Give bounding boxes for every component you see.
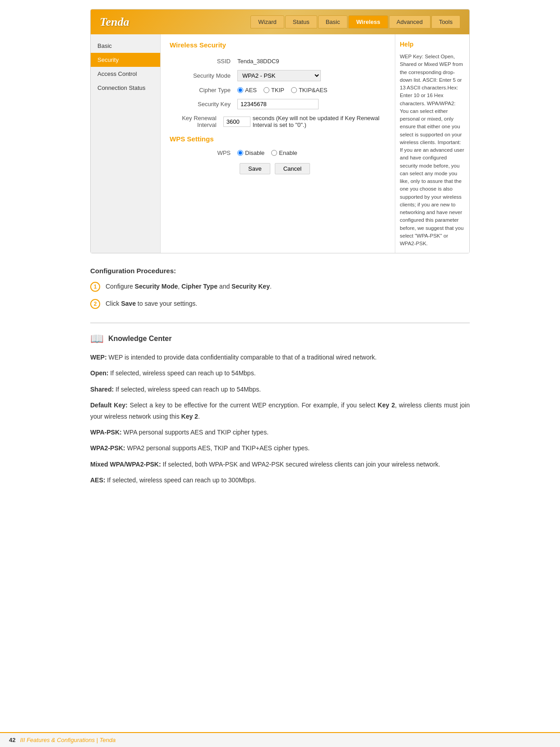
sidebar: Basic Security Access Control Connection…: [91, 34, 161, 253]
mixed-term: Mixed WPA/WPA2-PSK:: [90, 461, 161, 468]
knowledge-default-key: Default Key: Select a key to be effectiv…: [90, 400, 470, 422]
tab-tools[interactable]: Tools: [431, 15, 460, 28]
book-icon: 📖: [90, 332, 104, 345]
cipher-type-label: Cipher Type: [170, 87, 237, 93]
key-renewal-unit: seconds (Key will not be updated if Key …: [253, 115, 386, 128]
step-1-circle: 1: [90, 282, 100, 292]
key-renewal-row: Key Renewal Interval seconds (Key will n…: [170, 115, 386, 128]
security-key-label: Security Key: [170, 101, 237, 107]
key2-ref1: Key 2: [378, 402, 395, 409]
key-renewal-input[interactable]: [223, 117, 250, 127]
router-header: Tenda Wizard Status Basic Wireless Advan…: [91, 9, 469, 34]
footer-text: III Features & Configurations | Tenda: [20, 737, 116, 743]
sidebar-item-basic[interactable]: Basic: [91, 39, 160, 53]
cipher-aes-label[interactable]: AES: [237, 87, 257, 93]
tab-basic[interactable]: Basic: [318, 15, 348, 28]
security-mode-label: Security Mode: [170, 72, 237, 79]
button-row: Save Cancel: [240, 163, 386, 174]
security-key-input[interactable]: [237, 99, 319, 109]
wps-disable-text: Disable: [245, 149, 264, 156]
step-1-security-mode: Security Mode: [135, 283, 178, 290]
cipher-aes-text: AES: [245, 87, 257, 93]
security-key-row: Security Key: [170, 99, 386, 109]
wps-enable-label[interactable]: Enable: [271, 149, 297, 156]
step-1-security-key: Security Key: [231, 283, 270, 290]
help-text: WEP Key: Select Open, Shared or Mixed WE…: [400, 53, 465, 247]
key-renewal-content: seconds (Key will not be updated if Key …: [223, 115, 386, 128]
knowledge-shared: Shared: If selected, wireless speed can …: [90, 384, 470, 395]
ssid-value: Tenda_38DDC9: [237, 58, 279, 65]
knowledge-wep: WEP: WEP is intended to provide data con…: [90, 352, 470, 363]
ssid-label: SSID: [170, 58, 237, 65]
config-title: Configuration Procedures:: [90, 267, 470, 275]
section-divider: [90, 322, 470, 323]
knowledge-aes: AES: If selected, wireless speed can rea…: [90, 475, 470, 486]
wps-row: WPS Disable Enable: [170, 149, 386, 156]
ssid-row: SSID Tenda_38DDC9: [170, 58, 386, 65]
step-2-text: Click Save to save your settings.: [106, 299, 197, 308]
key-renewal-label: Key Renewal Interval: [170, 115, 223, 128]
default-key-term: Default Key:: [90, 402, 128, 409]
wps-settings-title: WPS Settings: [170, 135, 386, 145]
cipher-aes-radio[interactable]: [237, 87, 243, 93]
cipher-radio-group: AES TKIP TKIP&AES: [237, 87, 328, 93]
wpa2-psk-term: WPA2-PSK:: [90, 444, 125, 452]
tenda-logo: Tenda: [100, 15, 130, 29]
tab-wireless[interactable]: Wireless: [348, 15, 388, 28]
key2-ref2: Key 2: [181, 413, 198, 420]
wps-enable-radio[interactable]: [271, 150, 277, 156]
nav-tabs: Wizard Status Basic Wireless Advanced To…: [250, 15, 460, 28]
step-2-save: Save: [121, 300, 136, 307]
knowledge-title: Knowledge Center: [108, 335, 171, 343]
page-footer: 42 III Features & Configurations | Tenda: [0, 732, 560, 747]
knowledge-header: 📖 Knowledge Center: [90, 332, 470, 345]
tab-advanced[interactable]: Advanced: [389, 15, 430, 28]
step-1-cipher-type: Cipher Type: [181, 283, 218, 290]
step-2-circle: 2: [90, 299, 100, 309]
wps-radio-group: Disable Enable: [237, 149, 297, 156]
footer-page-number: 42: [9, 737, 15, 743]
aes-term: AES:: [90, 476, 105, 484]
cipher-tkip-text: TKIP: [271, 87, 284, 93]
knowledge-mixed: Mixed WPA/WPA2-PSK: If selected, both WP…: [90, 459, 470, 470]
config-step-2: 2 Click Save to save your settings.: [90, 299, 470, 309]
wps-disable-radio[interactable]: [237, 150, 243, 156]
save-button[interactable]: Save: [240, 163, 270, 174]
cipher-tkip-radio[interactable]: [264, 87, 269, 93]
cipher-tkipaes-label[interactable]: TKIP&AES: [291, 87, 328, 93]
cipher-tkipaes-text: TKIP&AES: [299, 87, 328, 93]
wep-term: WEP:: [90, 354, 107, 361]
security-mode-select[interactable]: WPA2 - PSK: [237, 70, 321, 81]
help-title: Help: [400, 40, 465, 49]
cancel-button[interactable]: Cancel: [275, 163, 310, 174]
config-step-1: 1 Configure Security Mode, Cipher Type a…: [90, 281, 470, 292]
router-panel: Tenda Wizard Status Basic Wireless Advan…: [90, 9, 470, 253]
knowledge-wpa2-psk: WPA2-PSK: WPA2 personal supports AES, TK…: [90, 443, 470, 454]
help-panel: Help WEP Key: Select Open, Shared or Mix…: [395, 34, 469, 253]
sidebar-item-security[interactable]: Security: [91, 53, 160, 67]
wps-disable-label[interactable]: Disable: [237, 149, 264, 156]
wireless-security-title: Wireless Security: [170, 41, 386, 51]
open-term: Open:: [90, 369, 108, 377]
shared-term: Shared:: [90, 386, 114, 393]
step-1-text: Configure Security Mode, Cipher Type and…: [106, 281, 272, 291]
security-mode-row: Security Mode WPA2 - PSK: [170, 70, 386, 81]
cipher-type-row: Cipher Type AES TKIP TKIP&AES: [170, 87, 386, 93]
config-section: Configuration Procedures: 1 Configure Se…: [90, 267, 470, 309]
main-content: Wireless Security SSID Tenda_38DDC9 Secu…: [161, 34, 395, 253]
cipher-tkipaes-radio[interactable]: [291, 87, 297, 93]
sidebar-item-access-control[interactable]: Access Control: [91, 67, 160, 81]
wpa-psk-term: WPA-PSK:: [90, 429, 122, 436]
wps-label: WPS: [170, 149, 237, 156]
knowledge-open: Open: If selected, wireless speed can re…: [90, 368, 470, 379]
footer-label: III Features & Configurations | Tenda: [20, 737, 116, 743]
tab-wizard[interactable]: Wizard: [250, 15, 284, 28]
tab-status[interactable]: Status: [285, 15, 317, 28]
knowledge-section: 📖 Knowledge Center WEP: WEP is intended …: [90, 332, 470, 486]
cipher-tkip-label[interactable]: TKIP: [264, 87, 284, 93]
knowledge-wpa-psk: WPA-PSK: WPA personal supports AES and T…: [90, 427, 470, 438]
router-content: Basic Security Access Control Connection…: [91, 34, 469, 253]
wps-enable-text: Enable: [279, 149, 297, 156]
sidebar-item-connection-status[interactable]: Connection Status: [91, 81, 160, 95]
